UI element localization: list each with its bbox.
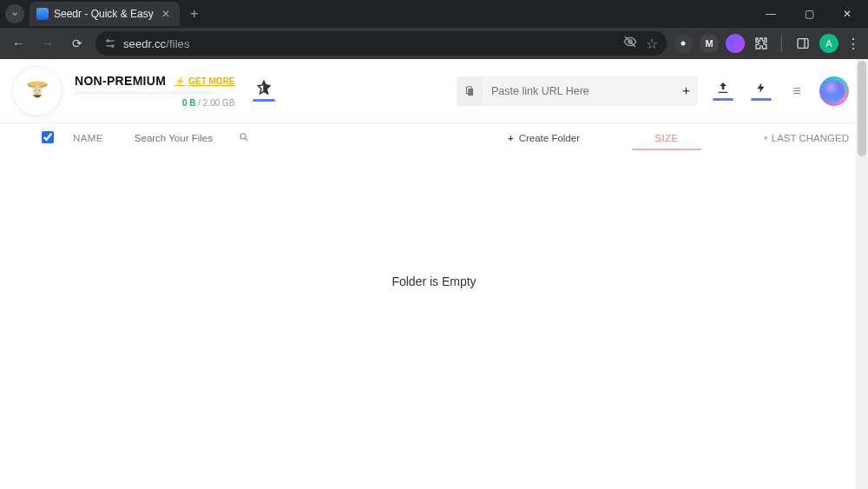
site-settings-icon[interactable]: [104, 37, 116, 50]
get-more-label: GET MORE: [188, 76, 234, 86]
empty-state-text: Folder is Empty: [0, 274, 868, 288]
extension-icon-1[interactable]: [674, 34, 693, 53]
search-files-input[interactable]: [135, 133, 230, 143]
column-size-label: SIZE: [654, 133, 679, 143]
nav-back-button[interactable]: ←: [7, 32, 30, 55]
select-all-checkbox[interactable]: [42, 131, 54, 145]
svg-point-0: [107, 40, 108, 42]
tab-search-button[interactable]: [5, 4, 24, 23]
page-content: NON-PREMIUM ⚡ GET MORE 0 B / 2.00 GB: [0, 59, 868, 489]
column-last-changed-label: LAST CHANGED: [772, 133, 849, 143]
account-info: NON-PREMIUM ⚡ GET MORE 0 B / 2.00 GB: [75, 74, 235, 108]
quota-total: 2.00 GB: [203, 98, 235, 108]
bookmark-star-icon[interactable]: ☆: [646, 36, 658, 52]
upload-button[interactable]: [710, 81, 736, 101]
scrollbar-thumb[interactable]: [858, 61, 866, 156]
new-tab-button[interactable]: +: [185, 4, 204, 23]
activity-button[interactable]: [748, 81, 774, 101]
window-controls: — ▢ ✕: [755, 2, 863, 26]
sort-desc-icon: ▾: [764, 134, 768, 142]
extensions-strip: M │ A ⋮: [674, 34, 861, 53]
create-folder-button[interactable]: + Create Folder: [508, 133, 580, 143]
tab-close-button[interactable]: ✕: [159, 8, 173, 20]
svg-rect-13: [468, 89, 473, 96]
svg-point-14: [240, 134, 246, 139]
url-path: /files: [166, 37, 189, 50]
nav-forward-button[interactable]: →: [36, 32, 59, 55]
quota-sep: /: [195, 98, 202, 108]
storage-quota-bar: [75, 91, 214, 95]
url-host: seedr.cc: [123, 37, 166, 50]
paste-url-box: ＋: [457, 76, 698, 106]
quota-used: 0 B: [182, 98, 196, 108]
browser-address-bar: ← → ⟳ seedr.cc/files ☆ M │ A ⋮: [0, 28, 868, 59]
files-column-header: NAME + Create Folder SIZE ▾ LAST CHANGED: [0, 123, 868, 153]
svg-point-6: [29, 81, 46, 85]
extensions-menu-button[interactable]: [752, 34, 771, 53]
favorites-underline: [253, 99, 275, 102]
window-maximize-button[interactable]: ▢: [793, 2, 825, 26]
plus-icon: +: [508, 133, 514, 143]
tab-title: Seedr - Quick & Easy: [54, 8, 154, 20]
chrome-profile-button[interactable]: A: [819, 34, 838, 53]
brand-block: NON-PREMIUM ⚡ GET MORE 0 B / 2.00 GB: [12, 66, 275, 116]
paste-url-input[interactable]: [483, 85, 674, 97]
tracking-blocked-icon[interactable]: [623, 35, 637, 52]
bolt-icon: ⚡: [174, 76, 185, 86]
window-minimize-button[interactable]: —: [755, 2, 786, 26]
omnibox[interactable]: seedr.cc/files ☆: [95, 31, 667, 56]
app-topbar: NON-PREMIUM ⚡ GET MORE 0 B / 2.00 GB: [0, 59, 868, 123]
account-tier-label: NON-PREMIUM: [75, 74, 166, 88]
create-folder-label: Create Folder: [519, 133, 580, 143]
user-avatar[interactable]: [819, 76, 849, 106]
column-last-changed[interactable]: ▾ LAST CHANGED: [736, 133, 849, 143]
paste-add-button[interactable]: ＋: [674, 76, 698, 106]
omnibox-url: seedr.cc/files: [123, 37, 190, 50]
svg-rect-4: [798, 39, 808, 49]
column-name[interactable]: NAME: [73, 133, 103, 143]
browser-tab-strip: Seedr - Quick & Easy ✕ + — ▢ ✕: [0, 0, 868, 28]
page-scrollbar[interactable]: [856, 59, 868, 489]
window-close-button[interactable]: ✕: [832, 2, 863, 26]
svg-point-9: [35, 89, 36, 90]
browser-tab-active[interactable]: Seedr - Quick & Easy ✕: [30, 2, 180, 26]
column-size[interactable]: SIZE: [632, 133, 701, 143]
seedr-logo[interactable]: [12, 66, 62, 116]
side-panel-button[interactable]: [793, 34, 812, 53]
svg-point-1: [112, 45, 114, 47]
extension-icon-3[interactable]: [726, 34, 745, 53]
extension-icon-gmail[interactable]: M: [700, 34, 719, 53]
svg-point-11: [39, 89, 40, 90]
favorites-button[interactable]: [253, 80, 275, 102]
search-icon[interactable]: [239, 132, 249, 145]
tab-favicon: [36, 8, 49, 20]
storage-quota-text: 0 B / 2.00 GB: [182, 98, 235, 108]
paste-icon: [457, 76, 483, 106]
chrome-menu-button[interactable]: ⋮: [845, 36, 861, 52]
menu-button[interactable]: ≡: [786, 83, 807, 99]
nav-reload-button[interactable]: ⟳: [66, 32, 89, 55]
get-more-link[interactable]: ⚡ GET MORE: [174, 76, 234, 86]
svg-point-3: [681, 42, 686, 46]
